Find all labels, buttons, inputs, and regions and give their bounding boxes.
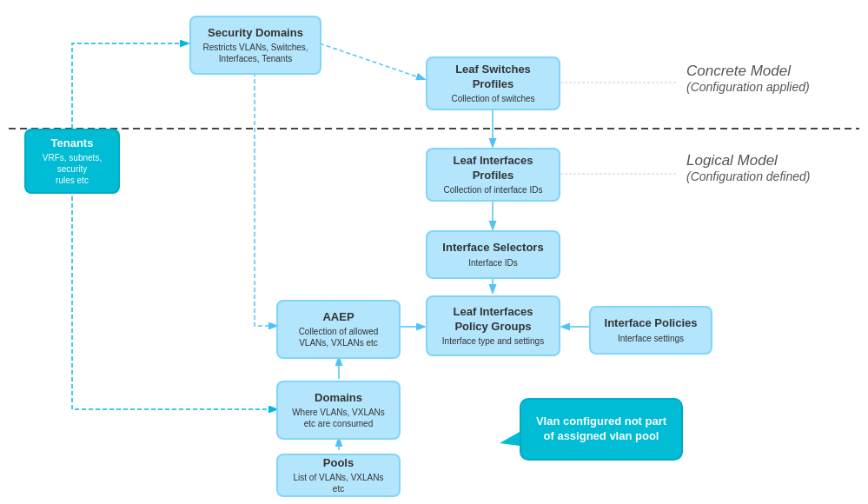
interface-policies-subtitle: Interface settings bbox=[618, 333, 684, 344]
aaep-subtitle: Collection of allowedVLANs, VXLANs etc bbox=[299, 326, 379, 348]
leaf-interfaces-profiles-subtitle: Collection of interface IDs bbox=[444, 184, 543, 196]
leaf-interfaces-policy-groups-subtitle: Interface type and settings bbox=[442, 335, 544, 347]
concrete-model-line2: (Configuration applied) bbox=[686, 80, 810, 94]
pools-box: Pools List of VLANs, VXLANs etc bbox=[276, 454, 401, 497]
interface-selectors-title: Interface Selectors bbox=[442, 241, 543, 255]
leaf-interfaces-policy-groups-box: Leaf InterfacesPolicy Groups Interface t… bbox=[426, 295, 560, 356]
callout-box: Vlan configured not partof assigned vlan… bbox=[520, 398, 683, 461]
tenants-subtitle: VRFs, subnets, securityrules etc bbox=[35, 152, 109, 186]
logical-model-line2: (Configuration defined) bbox=[686, 169, 810, 183]
domains-box: Domains Where VLANs, VXLANsetc are consu… bbox=[276, 381, 401, 440]
interface-policies-title: Interface Policies bbox=[605, 316, 698, 331]
leaf-switches-box: Leaf SwitchesProfiles Collection of swit… bbox=[426, 56, 560, 110]
interface-selectors-box: Interface Selectors Interface IDs bbox=[426, 230, 560, 279]
interface-selectors-subtitle: Interface IDs bbox=[468, 257, 518, 269]
domains-title: Domains bbox=[315, 391, 362, 406]
leaf-interfaces-profiles-title: Leaf InterfacesProfiles bbox=[454, 154, 533, 183]
interface-policies-box: Interface Policies Interface settings bbox=[589, 306, 712, 355]
svg-line-1 bbox=[320, 43, 424, 79]
leaf-interfaces-policy-groups-title: Leaf InterfacesPolicy Groups bbox=[454, 305, 533, 335]
diagram: Tenants VRFs, subnets, securityrules etc… bbox=[0, 0, 868, 504]
svg-marker-9 bbox=[500, 432, 520, 446]
pools-subtitle: List of VLANs, VXLANs etc bbox=[287, 472, 390, 494]
tenants-title: Tenants bbox=[51, 136, 94, 151]
logical-model-line1: Logical Model bbox=[686, 152, 810, 169]
concrete-model-line1: Concrete Model bbox=[686, 63, 810, 80]
pools-title: Pools bbox=[323, 456, 354, 471]
aaep-title: AAEP bbox=[322, 310, 354, 325]
security-domains-box: Security Domains Restricts VLANs, Switch… bbox=[189, 16, 321, 75]
security-domains-title: Security Domains bbox=[208, 26, 303, 41]
logical-model-label: Logical Model (Configuration defined) bbox=[686, 152, 810, 183]
concrete-model-label: Concrete Model (Configuration applied) bbox=[686, 63, 810, 94]
aaep-box: AAEP Collection of allowedVLANs, VXLANs … bbox=[276, 300, 401, 359]
leaf-switches-title: Leaf SwitchesProfiles bbox=[455, 63, 531, 92]
leaf-switches-subtitle: Collection of switches bbox=[451, 93, 534, 104]
callout-title: Vlan configured not partof assigned vlan… bbox=[536, 414, 666, 444]
security-domains-subtitle: Restricts VLANs, Switches,Interfaces, Te… bbox=[202, 42, 308, 64]
leaf-interfaces-profiles-box: Leaf InterfacesProfiles Collection of in… bbox=[426, 148, 560, 202]
domains-subtitle: Where VLANs, VXLANsetc are consumed bbox=[292, 407, 385, 429]
tenants-box: Tenants VRFs, subnets, securityrules etc bbox=[24, 129, 120, 194]
